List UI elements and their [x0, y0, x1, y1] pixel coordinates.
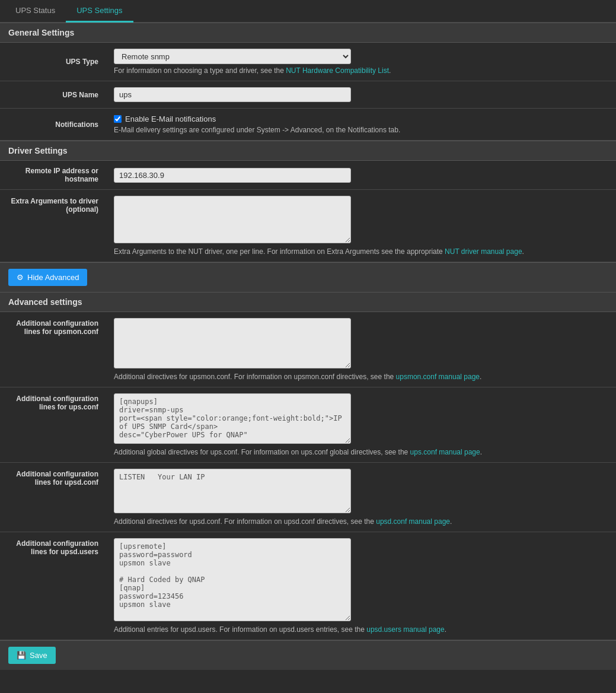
upsmon-conf-row: Additional configurationlines for upsmon… — [0, 312, 616, 387]
hide-advanced-label: Hide Advanced — [27, 273, 79, 282]
ups-type-label: UPS Type — [0, 43, 107, 81]
upsmon-conf-label: Additional configurationlines for upsmon… — [0, 312, 107, 387]
upsmon-conf-help: Additional directives for upsmon.conf. F… — [114, 373, 609, 381]
ups-conf-row: Additional configurationlines for ups.co… — [0, 387, 616, 463]
tab-bar: UPS Status UPS Settings — [0, 0, 616, 23]
hide-advanced-btn-row: ⚙ Hide Advanced — [0, 262, 616, 292]
upsd-conf-field: LISTEN Your LAN IP Additional directives… — [107, 463, 616, 532]
upsmon-conf-manual-link[interactable]: upsmon.conf manual page — [396, 373, 480, 381]
gear-icon: ⚙ — [17, 273, 24, 282]
extra-args-field: Extra Arguments to the NUT driver, one p… — [107, 190, 616, 262]
ups-conf-wrapper: [qnapups] driver=snmp-ups port=<span sty… — [114, 393, 351, 446]
notifications-label: Notifications — [0, 109, 107, 141]
extra-args-help: Extra Arguments to the NUT driver, one p… — [114, 247, 609, 256]
ups-name-field — [107, 81, 616, 109]
tab-ups-settings[interactable]: UPS Settings — [66, 0, 133, 23]
ups-name-row: UPS Name — [0, 81, 616, 109]
upsd-conf-manual-link[interactable]: upsd.conf manual page — [376, 517, 450, 526]
advanced-settings-header: Advanced settings — [0, 292, 616, 312]
ups-conf-field: [qnapups] driver=snmp-ups port=<span sty… — [107, 387, 616, 463]
upsd-users-row: Additional configurationlines for upsd.u… — [0, 532, 616, 640]
notifications-row: Notifications Enable E-Mail notification… — [0, 109, 616, 141]
ups-name-label: UPS Name — [0, 81, 107, 109]
ups-name-input[interactable] — [114, 87, 351, 102]
extra-args-row: Extra Arguments to driver(optional) Extr… — [0, 190, 616, 262]
save-button[interactable]: 💾 Save — [8, 647, 56, 664]
upsd-users-help: Additional entries for upsd.users. For i… — [114, 625, 609, 634]
save-btn-row: 💾 Save — [0, 640, 616, 670]
save-icon: 💾 — [17, 651, 26, 660]
general-settings-table: UPS Type Remote snmp USB Serial SNMP For… — [0, 43, 616, 141]
advanced-settings-table: Additional configurationlines for upsmon… — [0, 312, 616, 640]
ups-conf-textarea[interactable]: [qnapups] driver=snmp-ups port=<span sty… — [114, 393, 351, 444]
save-label: Save — [30, 651, 47, 660]
tab-ups-status[interactable]: UPS Status — [5, 0, 66, 23]
upsmon-conf-textarea[interactable] — [114, 318, 351, 368]
ups-type-field: Remote snmp USB Serial SNMP For informat… — [107, 43, 616, 81]
upsd-conf-row: Additional configurationlines for upsd.c… — [0, 463, 616, 532]
remote-ip-row: Remote IP address orhostname — [0, 161, 616, 190]
upsd-users-manual-link[interactable]: upsd.users manual page — [366, 625, 444, 634]
upsd-users-field: [upsremote] password=password upsmon sla… — [107, 532, 616, 640]
notifications-checkbox[interactable] — [114, 115, 122, 123]
remote-ip-field — [107, 161, 616, 190]
general-settings-header: General Settings — [0, 23, 616, 43]
notifications-checkbox-row: Enable E-Mail notifications — [114, 115, 609, 123]
nut-hw-compat-link[interactable]: NUT Hardware Compatibility List — [286, 66, 389, 75]
upsd-conf-help: Additional directives for upsd.conf. For… — [114, 517, 609, 526]
upsd-users-textarea[interactable]: [upsremote] password=password upsmon sla… — [114, 538, 351, 621]
extra-args-textarea[interactable] — [114, 196, 351, 243]
upsd-conf-label: Additional configurationlines for upsd.c… — [0, 463, 107, 532]
hide-advanced-button[interactable]: ⚙ Hide Advanced — [8, 269, 87, 286]
notifications-checkbox-label: Enable E-Mail notifications — [125, 115, 216, 123]
ups-conf-label: Additional configurationlines for ups.co… — [0, 387, 107, 463]
upsd-conf-textarea[interactable]: LISTEN Your LAN IP — [114, 469, 351, 513]
driver-settings-table: Remote IP address orhostname Extra Argum… — [0, 161, 616, 262]
ups-type-row: UPS Type Remote snmp USB Serial SNMP For… — [0, 43, 616, 81]
driver-settings-header: Driver Settings — [0, 141, 616, 161]
upsmon-conf-field: Additional directives for upsmon.conf. F… — [107, 312, 616, 387]
ups-type-select[interactable]: Remote snmp USB Serial SNMP — [114, 49, 351, 64]
remote-ip-input[interactable] — [114, 168, 351, 183]
upsd-users-label: Additional configurationlines for upsd.u… — [0, 532, 107, 640]
ups-conf-help: Additional global directives for ups.con… — [114, 448, 609, 456]
remote-ip-label: Remote IP address orhostname — [0, 161, 107, 190]
extra-args-label: Extra Arguments to driver(optional) — [0, 190, 107, 262]
notifications-field: Enable E-Mail notifications E-Mail deliv… — [107, 109, 616, 141]
nut-driver-manual-link[interactable]: NUT driver manual page — [445, 247, 522, 256]
ups-type-help: For information on choosing a type and d… — [114, 66, 609, 75]
notifications-help: E-Mail delivery settings are configured … — [114, 126, 609, 134]
ups-conf-manual-link[interactable]: ups.conf manual page — [410, 448, 480, 456]
